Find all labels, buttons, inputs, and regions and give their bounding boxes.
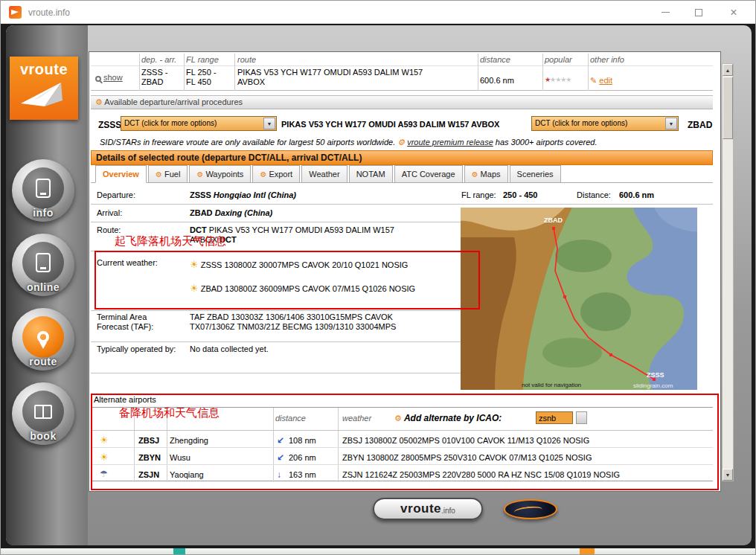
alt-weather: ZSJN 121624Z 25003MPS 220V280 5000 RA HZ… bbox=[342, 470, 620, 479]
premium-release-link[interactable]: vroute premium release bbox=[407, 138, 493, 147]
alt-code: ZSJN bbox=[138, 470, 159, 479]
vroute-logo[interactable]: vroute bbox=[10, 57, 78, 120]
arrival-icao: ZBAD bbox=[688, 120, 712, 130]
edit-route-link[interactable]: ✎ edit bbox=[590, 76, 612, 86]
sidebar-button-book[interactable]: book bbox=[12, 382, 74, 445]
add-alternate-label: Add alternate by ICAO: bbox=[404, 413, 502, 423]
alt-distance: 108 nm bbox=[289, 436, 316, 445]
scrollbar[interactable]: ▲ ▼ bbox=[722, 63, 734, 481]
current-weather-label: Current weather: bbox=[97, 258, 158, 267]
route-label: Route: bbox=[97, 225, 121, 234]
tab-export[interactable]: ⚙Export bbox=[252, 165, 300, 183]
sun-icon: ☀ bbox=[190, 283, 199, 294]
arrival-label: Arrival: bbox=[97, 208, 122, 217]
col-header-dep-arr: dep. - arr. bbox=[141, 55, 176, 64]
minimize-icon bbox=[662, 12, 670, 13]
cell-route: PIKAS V53 YCH W177 OMUDI A593 DALIM W157… bbox=[237, 68, 427, 87]
add-alternate-input[interactable] bbox=[536, 411, 573, 424]
departure-procedure-select[interactable]: DCT (click for more options) ▼ bbox=[121, 116, 277, 131]
gear-icon: ⚙ bbox=[156, 170, 162, 179]
routes-table: dep. - arr. FL range route distance popu… bbox=[91, 54, 713, 91]
footer-logo-text: vroute bbox=[400, 501, 441, 516]
gear-icon: ⚙ bbox=[95, 97, 103, 106]
taf-line2: TX07/1306Z TNM03/21Z BECMG 1309/1310 330… bbox=[190, 322, 396, 331]
magnifier-icon bbox=[95, 76, 101, 82]
gear-icon: ⚙ bbox=[397, 138, 405, 147]
tab-notam[interactable]: NOTAM bbox=[349, 165, 393, 183]
sky-blue-radio-logo[interactable] bbox=[504, 499, 557, 519]
divider bbox=[234, 54, 235, 91]
close-button[interactable]: × bbox=[717, 1, 751, 24]
alt-weather: ZBSJ 130800Z 05002MPS 010V100 CAVOK 11/M… bbox=[342, 436, 589, 445]
alt-weather: ZBYN 130800Z 28005MPS 250V310 CAVOK 07/M… bbox=[342, 453, 592, 462]
divider bbox=[91, 373, 461, 373]
tab-atc-coverage[interactable]: ATC Coverage bbox=[394, 165, 463, 183]
taskbar-item bbox=[173, 548, 185, 555]
col-header-distance: distance bbox=[480, 55, 510, 64]
gear-icon: ⚙ bbox=[394, 414, 402, 423]
tab-overview[interactable]: Overview bbox=[95, 165, 147, 183]
distance-label: Distance: bbox=[577, 190, 611, 199]
alt-code: ZBSJ bbox=[138, 436, 159, 445]
sun-icon: ☀ bbox=[100, 434, 109, 446]
vroute-info-footer-logo[interactable]: vroute .info bbox=[373, 498, 483, 520]
scroll-up-button[interactable]: ▲ bbox=[723, 64, 733, 76]
alt-distance: 163 nm bbox=[289, 470, 316, 479]
divider bbox=[588, 54, 589, 91]
tab-sceneries[interactable]: Sceneries bbox=[510, 165, 561, 183]
direction-arrow-icon: ↓ bbox=[277, 469, 281, 480]
tab-waypoints[interactable]: ⚙Waypoints bbox=[189, 165, 251, 183]
sidebar-button-info[interactable]: info bbox=[12, 159, 74, 222]
footer-logo-suffix: .info bbox=[441, 507, 455, 515]
departure-procedure-value: DCT (click for more options) bbox=[124, 119, 263, 127]
online-icon bbox=[22, 242, 64, 283]
cell-distance: 600.6 nm bbox=[480, 76, 514, 85]
tab-maps[interactable]: ⚙Maps bbox=[464, 165, 508, 183]
maximize-button[interactable] bbox=[682, 1, 716, 24]
titlebar[interactable]: vroute.info × bbox=[1, 1, 756, 24]
scroll-down-icon: ▼ bbox=[725, 472, 731, 478]
procedures-route-text: PIKAS V53 YCH W177 OMUDI A593 DALIM W157… bbox=[281, 120, 499, 129]
operated-by-value: No data collected yet. bbox=[190, 344, 269, 353]
divider bbox=[478, 54, 478, 91]
cell-dep-arr: ZSSS - ZBAD bbox=[141, 68, 183, 87]
divider bbox=[91, 341, 461, 342]
scroll-down-button[interactable]: ▼ bbox=[723, 469, 733, 481]
procedures-section-header: ⚙ Available departure/arrival procedures bbox=[91, 95, 713, 109]
arrival-procedure-select[interactable]: DCT (click for more options) ▼ bbox=[531, 116, 679, 131]
add-alternate-button[interactable] bbox=[576, 411, 587, 424]
fl-range-label: FL range: bbox=[461, 190, 496, 199]
alt-code: ZBYN bbox=[138, 453, 161, 462]
procedures-section-title: Available departure/arrival procedures bbox=[104, 97, 243, 106]
departure-label: Departure: bbox=[97, 190, 135, 199]
show-route-link[interactable]: show bbox=[95, 73, 123, 82]
taf-label: Terminal Area Forecast (TAF): bbox=[97, 312, 180, 332]
divider bbox=[273, 408, 274, 482]
operated-by-label: Typically operated by: bbox=[97, 344, 179, 354]
col-header-fl-range: FL range bbox=[186, 55, 219, 64]
details-tabbar: Overview ⚙Fuel ⚙Waypoints ⚙Export Weathe… bbox=[91, 165, 713, 183]
sidebar-button-online[interactable]: online bbox=[12, 234, 74, 296]
minimize-button[interactable] bbox=[648, 1, 682, 24]
chevron-down-icon: ▼ bbox=[263, 118, 275, 129]
taf-line1: TAF ZBAD 130303Z 1306/1406 33010G15MPS C… bbox=[190, 312, 393, 321]
pencil-icon: ✎ bbox=[590, 76, 597, 85]
col-header-popular: popular bbox=[545, 55, 572, 64]
gear-icon: ⚙ bbox=[260, 170, 266, 179]
taskbar-item bbox=[580, 548, 595, 555]
cell-fl-range: FL 250 - FL 450 bbox=[186, 68, 227, 87]
sidebar-button-route[interactable]: route bbox=[12, 308, 74, 370]
tab-fuel[interactable]: ⚙Fuel bbox=[148, 165, 188, 183]
divider bbox=[91, 310, 461, 311]
departure-value: ZSSS Hongqiao Intl (China) bbox=[190, 190, 296, 199]
tab-weather[interactable]: Weather bbox=[301, 165, 347, 183]
popularity-stars: ★★★★★ bbox=[545, 76, 571, 83]
alt-col-header-distance: distance bbox=[275, 414, 306, 423]
divider bbox=[91, 204, 713, 205]
add-alternate-group: ⚙ Add alternate by ICAO: bbox=[394, 413, 502, 423]
info-icon bbox=[22, 167, 64, 209]
details-header: Details of selected route (departure DCT… bbox=[91, 150, 713, 165]
scrollbar-thumb[interactable] bbox=[723, 77, 733, 139]
divider bbox=[91, 251, 461, 251]
departure-icao: ZSSS bbox=[98, 120, 121, 130]
